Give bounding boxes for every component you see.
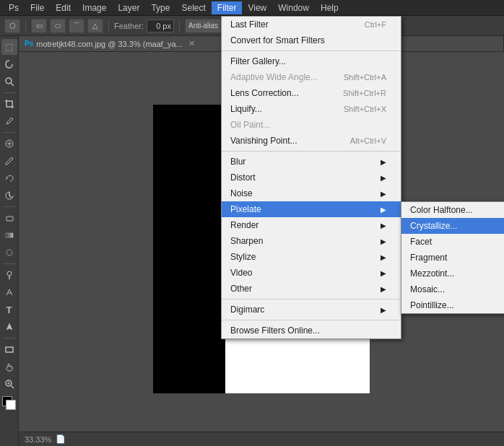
toolbar-mode-btn[interactable]: ⬡ (4, 19, 20, 33)
sub-pointillize[interactable]: Pointillize... (401, 297, 504, 313)
filter-vanishing-shortcut: Alt+Ctrl+V (350, 136, 386, 145)
filter-liquify-label: Liquify... (230, 104, 262, 114)
menubar-image[interactable]: Image (77, 1, 112, 14)
filter-sep-3 (222, 299, 401, 299)
filter-other-arrow: ▶ (381, 285, 386, 293)
tool-gradient[interactable] (1, 227, 17, 243)
filter-lens[interactable]: Lens Correction... Shift+Ctrl+R (222, 85, 401, 101)
sub-fragment[interactable]: Fragment (401, 250, 504, 266)
filter-distort[interactable]: Distort ▶ (222, 170, 401, 185)
filter-sep-2 (222, 151, 401, 152)
tool-quick-select[interactable] (1, 74, 17, 89)
filter-video-arrow: ▶ (381, 269, 386, 277)
sub-crystallize[interactable]: Crystallize... (401, 218, 504, 234)
filter-dropdown-menu[interactable]: Last Filter Ctrl+F Convert for Smart Fil… (221, 16, 401, 339)
sub-pointillize-label: Pointillize... (410, 300, 454, 310)
menubar-file[interactable]: File (25, 1, 50, 14)
filter-gallery-label: Filter Gallery... (230, 56, 286, 66)
filter-adaptive-shortcut: Shift+Ctrl+A (344, 73, 386, 82)
menubar-ps[interactable]: Ps (3, 1, 25, 14)
tool-path-select[interactable] (1, 319, 17, 335)
tool-pen[interactable] (1, 284, 17, 300)
tool-dodge[interactable] (1, 267, 17, 283)
toolbar-antialias-btn[interactable]: Anti-alias (185, 19, 222, 33)
tool-zoom[interactable] (1, 376, 17, 392)
sub-mosaic-label: Mosaic... (410, 284, 445, 294)
filter-adaptive-label: Adaptive Wide Angle... (230, 72, 318, 82)
svg-line-1 (11, 83, 14, 86)
tool-blur[interactable] (1, 245, 17, 261)
filter-browse[interactable]: Browse Filters Online... (222, 323, 401, 338)
filter-adaptive[interactable]: Adaptive Wide Angle... Shift+Ctrl+A (222, 69, 401, 85)
zoom-level: 33.33% (25, 435, 51, 444)
filter-gallery[interactable]: Filter Gallery... (222, 53, 401, 69)
svg-rect-5 (6, 217, 13, 221)
svg-line-13 (11, 386, 14, 389)
menubar: Ps File Edit Image Layer Type Select Fil… (0, 0, 504, 16)
filter-oilpaint[interactable]: Oil Paint... (222, 117, 401, 133)
tool-divider-2 (3, 132, 16, 133)
feather-input[interactable] (147, 19, 174, 32)
filter-liquify[interactable]: Liquify... Shift+Ctrl+X (222, 101, 401, 117)
sub-mosaic[interactable]: Mosaic... (401, 281, 504, 297)
filter-vanishing-label: Vanishing Point... (230, 136, 297, 146)
ps-tab-icon: Ps (25, 40, 33, 48)
filter-pixelate[interactable]: Pixelate ▶ Color Halftone... Crystallize… (222, 201, 401, 217)
filter-blur[interactable]: Blur ▶ (222, 154, 401, 170)
sub-color-halftone[interactable]: Color Halftone... (401, 202, 504, 218)
tool-history[interactable] (1, 188, 17, 204)
filter-stylize[interactable]: Stylize ▶ (222, 249, 401, 265)
foreground-color[interactable] (2, 396, 17, 411)
filter-pixelate-label: Pixelate (230, 204, 261, 214)
menubar-edit[interactable]: Edit (50, 1, 77, 14)
filter-sharpen[interactable]: Sharpen ▶ (222, 233, 401, 249)
tool-rectangle[interactable] (1, 341, 17, 357)
tool-lasso[interactable] (1, 56, 17, 72)
filter-render-arrow: ▶ (381, 222, 386, 229)
filter-vanishing[interactable]: Vanishing Point... Alt+Ctrl+V (222, 133, 401, 149)
filter-digimarc[interactable]: Digimarc ▶ (222, 302, 401, 318)
filter-liquify-shortcut: Shift+Ctrl+X (344, 105, 386, 113)
canvas-status-icon: 📄 (56, 434, 66, 444)
filter-stylize-arrow: ▶ (381, 253, 386, 261)
menubar-select[interactable]: Select (175, 1, 211, 14)
tool-crop[interactable] (1, 96, 17, 112)
tool-clone[interactable] (1, 170, 17, 186)
filter-video[interactable]: Video ▶ (222, 265, 401, 281)
filter-other[interactable]: Other ▶ (222, 281, 401, 297)
tool-brush[interactable] (1, 153, 17, 169)
tool-eraser[interactable] (1, 210, 17, 226)
toolbar-divider-1 (25, 19, 26, 32)
filter-digimarc-arrow: ▶ (381, 306, 386, 314)
tool-marquee[interactable]: ⬚ (1, 39, 17, 55)
canvas-close-icon[interactable]: ✕ (188, 39, 195, 48)
menubar-view[interactable]: View (242, 1, 272, 14)
tool-hand[interactable] (1, 359, 17, 375)
menubar-help[interactable]: Help (315, 1, 344, 14)
menubar-window[interactable]: Window (272, 1, 315, 14)
toolbar-poly-btn[interactable]: △ (87, 19, 103, 33)
sub-facet[interactable]: Facet (401, 234, 504, 250)
filter-render[interactable]: Render ▶ (222, 217, 401, 233)
sub-crystallize-label: Crystallize... (410, 221, 457, 231)
menubar-type[interactable]: Type (145, 1, 175, 14)
toolbar-lasso-btn[interactable]: ⌒ (69, 19, 84, 33)
filter-noise[interactable]: Noise ▶ (222, 185, 401, 201)
filter-lens-label: Lens Correction... (230, 88, 299, 98)
filter-last[interactable]: Last Filter Ctrl+F (222, 17, 401, 32)
filter-smart[interactable]: Convert for Smart Filters (222, 32, 401, 48)
filter-oilpaint-label: Oil Paint... (230, 120, 270, 130)
toolbar-rect-btn[interactable]: ▭ (31, 19, 47, 33)
menubar-filter[interactable]: Filter (212, 1, 243, 14)
tool-eyedropper[interactable] (1, 113, 17, 129)
sub-mezzotint[interactable]: Mezzotint... (401, 266, 504, 281)
tool-type[interactable]: T (1, 302, 17, 318)
canvas-tab-label: motretjkt48.com.jpg @ 33.3% (maaf_ya... (36, 40, 183, 48)
sub-fragment-label: Fragment (410, 253, 447, 263)
tool-healing[interactable] (1, 136, 17, 152)
filter-distort-label: Distort (230, 172, 256, 183)
menubar-layer[interactable]: Layer (112, 1, 145, 14)
filter-last-shortcut: Ctrl+F (365, 20, 386, 29)
toolbar-ellipse-btn[interactable]: ⬭ (50, 19, 66, 33)
sub-color-halftone-label: Color Halftone... (410, 205, 473, 215)
